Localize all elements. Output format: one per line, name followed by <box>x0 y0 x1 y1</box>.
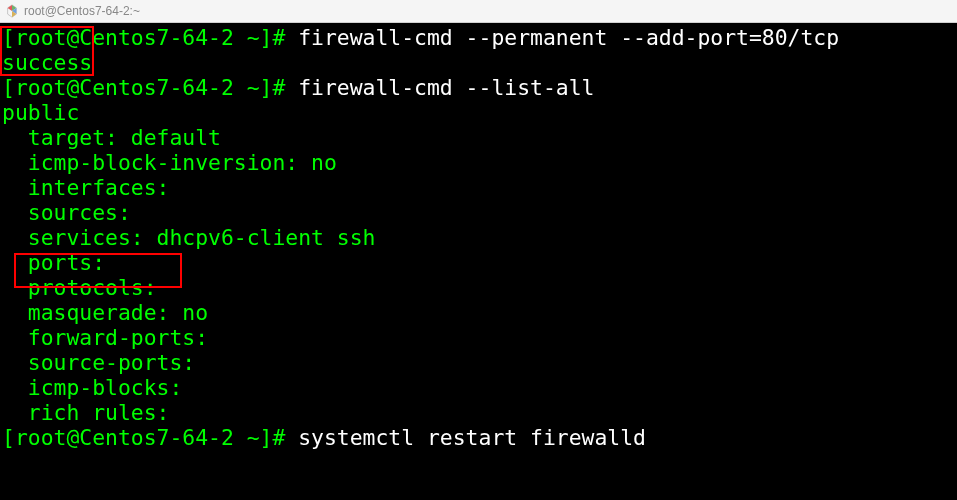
command-text: systemctl restart firewalld <box>298 425 646 450</box>
command-text: firewall-cmd --permanent --add-port=80/t… <box>298 25 839 50</box>
output-icmp-inversion: icmp-block-inversion: no <box>2 150 957 175</box>
output-zone: public <box>2 100 957 125</box>
output-interfaces: interfaces: <box>2 175 957 200</box>
output-rich-rules: rich rules: <box>2 400 957 425</box>
output-services: services: dhcpv6-client ssh <box>2 225 957 250</box>
output-source-ports: source-ports: <box>2 350 957 375</box>
app-icon <box>4 3 20 19</box>
output-masquerade: masquerade: no <box>2 300 957 325</box>
output-target: target: default <box>2 125 957 150</box>
output-icmp-blocks: icmp-blocks: <box>2 375 957 400</box>
prompt: [root@Centos7-64-2 ~]# <box>2 75 298 100</box>
terminal-line: [root@Centos7-64-2 ~]# firewall-cmd --li… <box>2 75 957 100</box>
output-protocols: protocols: <box>2 275 957 300</box>
output-success: success <box>2 50 957 75</box>
window-titlebar: root@Centos7-64-2:~ <box>0 0 957 23</box>
output-ports: ports: <box>2 250 957 275</box>
output-forward-ports: forward-ports: <box>2 325 957 350</box>
prompt: [root@Centos7-64-2 ~]# <box>2 25 298 50</box>
command-text: firewall-cmd --list-all <box>298 75 594 100</box>
terminal-area[interactable]: [root@Centos7-64-2 ~]# firewall-cmd --pe… <box>0 23 957 500</box>
terminal-line: [root@Centos7-64-2 ~]# systemctl restart… <box>2 425 957 450</box>
output-sources: sources: <box>2 200 957 225</box>
prompt: [root@Centos7-64-2 ~]# <box>2 425 298 450</box>
window-title: root@Centos7-64-2:~ <box>24 4 140 18</box>
svg-marker-1 <box>8 5 12 11</box>
terminal-line: [root@Centos7-64-2 ~]# firewall-cmd --pe… <box>2 25 957 50</box>
